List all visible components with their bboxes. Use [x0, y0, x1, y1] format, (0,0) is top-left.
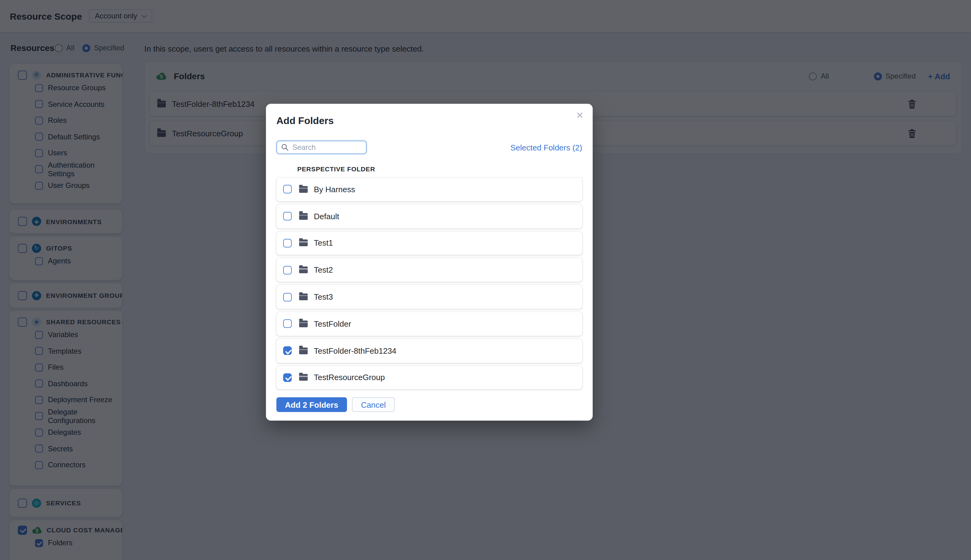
folder-option-test2[interactable]: Test2 — [276, 258, 582, 282]
folder-icon — [299, 213, 308, 220]
folder-icon — [299, 347, 308, 354]
folder-option-label: TestFolder-8thFeb1234 — [314, 346, 397, 355]
folder-option-label: Test3 — [314, 292, 333, 302]
folder-icon — [299, 240, 308, 247]
selected-folders-link[interactable]: Selected Folders (2) — [511, 143, 582, 152]
folder-icon — [299, 293, 308, 300]
cancel-button[interactable]: Cancel — [352, 398, 395, 412]
folder-option-label: Test1 — [314, 238, 333, 248]
folder-option-label: TestFolder — [314, 319, 351, 328]
add-folders-button[interactable]: Add 2 Folders — [276, 398, 347, 412]
add-folders-modal: Add Folders ✕ Selected Folders (2) PERSP… — [266, 104, 593, 421]
modal-search-row: Selected Folders (2) — [276, 141, 582, 154]
row-checkbox[interactable] — [283, 373, 292, 382]
folder-option-label: Default — [314, 212, 339, 221]
folder-option-testresourcegroup[interactable]: TestResourceGroup — [276, 366, 582, 390]
folder-option-test3[interactable]: Test3 — [276, 285, 582, 309]
folder-icon — [299, 267, 308, 273]
search-icon — [281, 144, 289, 151]
folder-list: By Harness Default Test1 Test2 Test3 Tes… — [276, 177, 582, 390]
modal-actions: Add 2 Folders Cancel — [276, 398, 582, 412]
search-input[interactable] — [292, 143, 362, 152]
folder-icon — [299, 186, 308, 193]
row-checkbox[interactable] — [283, 320, 292, 328]
folder-option-by-harness[interactable]: By Harness — [276, 177, 582, 202]
row-checkbox[interactable] — [283, 212, 292, 220]
folder-option-testfolder[interactable]: TestFolder — [276, 312, 582, 336]
row-checkbox[interactable] — [283, 346, 292, 355]
folder-option-label: Test2 — [314, 265, 333, 275]
search-box — [276, 141, 367, 154]
row-checkbox[interactable] — [283, 239, 292, 247]
folder-option-default[interactable]: Default — [276, 205, 582, 228]
close-icon[interactable]: ✕ — [573, 109, 587, 122]
row-checkbox[interactable] — [283, 266, 292, 275]
folder-option-label: By Harness — [314, 185, 355, 194]
folder-option-test1[interactable]: Test1 — [276, 231, 582, 255]
page: Resource Scope Account only Resources Al… — [0, 0, 971, 560]
row-checkbox[interactable] — [283, 185, 292, 194]
row-checkbox[interactable] — [283, 293, 292, 301]
folder-icon — [299, 374, 308, 381]
folder-icon — [299, 320, 308, 327]
perspective-folder-column-header: PERSPECTIVE FOLDER — [276, 165, 582, 173]
modal-title: Add Folders — [276, 115, 582, 127]
folder-option-label: TestResourceGroup — [314, 373, 385, 382]
folder-option-testfolder-8thfeb1234[interactable]: TestFolder-8thFeb1234 — [276, 339, 582, 363]
